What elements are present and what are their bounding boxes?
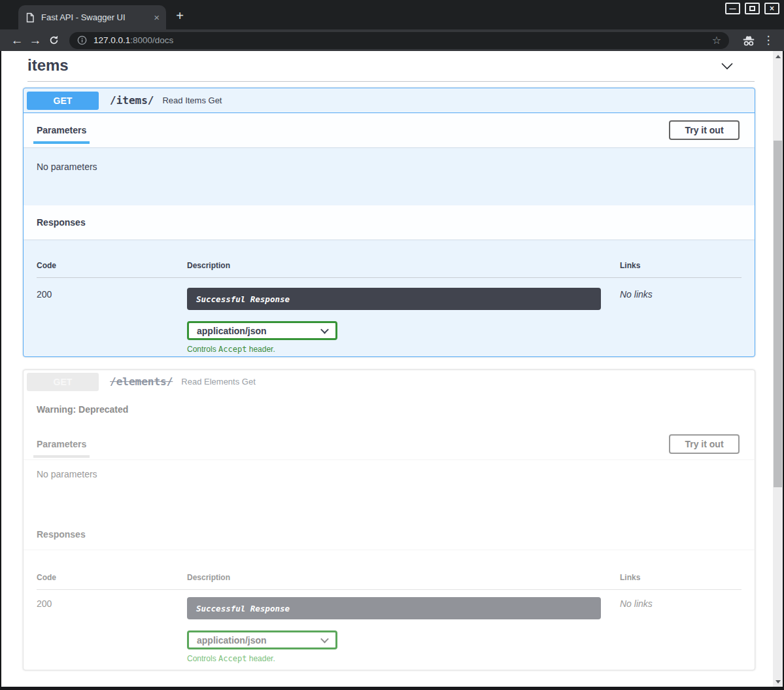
page-scrollbar[interactable] bbox=[773, 51, 783, 687]
scrollbar-up-button[interactable] bbox=[773, 51, 783, 61]
browser-tab[interactable]: Fast API - Swagger UI × bbox=[18, 5, 166, 29]
opblock-get-items: GET /items/ Read Items Get Parameters Tr… bbox=[23, 88, 755, 357]
accept-header-hint: Controls Accept header. bbox=[187, 654, 620, 663]
description-column-header: Description bbox=[187, 573, 620, 582]
back-arrow-icon: ← bbox=[11, 33, 24, 48]
response-description-text: Successful Response bbox=[196, 294, 290, 304]
parameters-section-header: Parameters Try it out bbox=[24, 113, 755, 147]
opblock-get-elements-header[interactable]: GET /elements/ Read Elements Get bbox=[24, 370, 755, 393]
forward-button[interactable]: → bbox=[26, 32, 44, 49]
responses-table-header: Code Description Links bbox=[37, 239, 741, 278]
url-path: :8000/docs bbox=[130, 35, 173, 45]
reload-button[interactable] bbox=[44, 32, 63, 49]
document-icon bbox=[25, 12, 35, 23]
tab-title: Fast API - Swagger UI bbox=[41, 12, 150, 22]
tab-close-icon[interactable]: × bbox=[154, 12, 160, 23]
response-row: 200 Successful Response application/json… bbox=[37, 278, 741, 354]
responses-body: Code Description Links 200 Successful Re… bbox=[24, 239, 755, 354]
no-links-text: No links bbox=[620, 288, 741, 354]
links-column-header: Links bbox=[620, 573, 741, 582]
scroll-down-icon bbox=[775, 680, 781, 683]
try-it-out-button[interactable]: Try it out bbox=[669, 120, 740, 140]
tag-title: items bbox=[27, 56, 69, 74]
response-description-text: Successful Response bbox=[196, 604, 290, 613]
response-code: 200 bbox=[37, 597, 187, 663]
url-host: 127.0.0.1 bbox=[94, 35, 130, 45]
window-minimize-button[interactable]: — bbox=[725, 3, 740, 14]
chevron-down-icon[interactable] bbox=[719, 60, 735, 75]
deprecation-warning: Warning: Deprecated bbox=[37, 404, 741, 415]
tab-strip: Fast API - Swagger UI × + — × bbox=[0, 0, 784, 29]
tag-section-header[interactable]: items bbox=[27, 56, 753, 80]
scrollbar-down-button[interactable] bbox=[773, 676, 783, 687]
select-chevron-icon bbox=[320, 635, 329, 644]
no-parameters-text: No parameters bbox=[37, 162, 97, 172]
scrollbar-thumb[interactable] bbox=[774, 141, 782, 487]
code-column-header: Code bbox=[37, 261, 187, 270]
tag-divider bbox=[27, 81, 755, 82]
opblock-get-elements-deprecated: GET /elements/ Read Elements Get Warning… bbox=[23, 370, 755, 670]
http-method-badge: GET bbox=[27, 92, 99, 110]
try-it-out-button[interactable]: Try it out bbox=[669, 434, 740, 454]
page-content: items GET /items/ Read Items Get Paramet… bbox=[0, 51, 784, 690]
maximize-icon bbox=[749, 6, 755, 11]
response-description-box: Successful Response bbox=[187, 288, 601, 310]
parameters-body: No parameters bbox=[24, 147, 755, 205]
responses-table-header: Code Description Links bbox=[37, 549, 741, 590]
response-row: 200 Successful Response application/json… bbox=[37, 590, 741, 663]
response-description-cell: Successful Response application/json Con… bbox=[187, 288, 620, 354]
no-links-text: No links bbox=[620, 597, 741, 663]
site-info-icon[interactable] bbox=[77, 35, 87, 45]
code-column-header: Code bbox=[37, 573, 187, 582]
responses-title: Responses bbox=[37, 217, 86, 228]
response-description-cell: Successful Response application/json Con… bbox=[187, 597, 620, 663]
scroll-up-icon bbox=[775, 55, 781, 58]
response-code: 200 bbox=[37, 288, 187, 354]
back-button[interactable]: ← bbox=[8, 32, 26, 49]
responses-section-header: Responses bbox=[24, 205, 755, 239]
links-column-header: Links bbox=[620, 261, 741, 270]
swagger-page: items GET /items/ Read Items Get Paramet… bbox=[1, 51, 773, 687]
close-icon: × bbox=[770, 4, 774, 13]
window-controls: — × bbox=[725, 3, 779, 14]
reload-icon bbox=[48, 35, 60, 46]
media-type-select[interactable]: application/json bbox=[187, 321, 337, 340]
bookmark-star-icon[interactable]: ☆ bbox=[712, 34, 721, 46]
media-type-value: application/json bbox=[197, 635, 267, 646]
responses-section-header: Responses bbox=[24, 519, 755, 549]
responses-body: Code Description Links 200 Successful Re… bbox=[24, 549, 755, 663]
browser-toolbar: ← → 127.0.0.1:8000/docs ☆ ⋮ bbox=[0, 29, 784, 51]
tab-parameters[interactable]: Parameters bbox=[37, 439, 86, 449]
http-method-badge: GET bbox=[27, 373, 99, 391]
op-path: /items/ bbox=[110, 94, 154, 107]
op-summary: Read Items Get bbox=[162, 95, 222, 105]
no-parameters-text: No parameters bbox=[37, 469, 97, 479]
window-close-button[interactable]: × bbox=[764, 3, 779, 14]
forward-arrow-icon: → bbox=[29, 33, 42, 48]
minimize-icon: — bbox=[730, 5, 736, 12]
media-type-value: application/json bbox=[197, 326, 267, 336]
tab-parameters[interactable]: Parameters bbox=[37, 125, 86, 135]
parameters-body: No parameters bbox=[24, 459, 755, 519]
op-summary: Read Elements Get bbox=[181, 377, 255, 387]
media-type-select[interactable]: application/json bbox=[187, 630, 337, 649]
responses-title: Responses bbox=[37, 529, 86, 540]
url-bar[interactable]: 127.0.0.1:8000/docs ☆ bbox=[69, 32, 729, 49]
op-path-deprecated: /elements/ bbox=[110, 375, 173, 388]
menu-kebab-icon[interactable]: ⋮ bbox=[760, 33, 776, 47]
incognito-icon bbox=[741, 34, 757, 47]
description-column-header: Description bbox=[187, 261, 620, 270]
new-tab-button[interactable]: + bbox=[171, 8, 188, 25]
opblock-get-items-header[interactable]: GET /items/ Read Items Get bbox=[24, 88, 755, 113]
parameters-section-header: Parameters Try it out bbox=[24, 428, 755, 459]
select-chevron-icon bbox=[320, 326, 329, 334]
window-maximize-button[interactable] bbox=[745, 3, 760, 14]
accept-header-hint: Controls Accept header. bbox=[187, 345, 620, 354]
response-description-box: Successful Response bbox=[187, 597, 601, 619]
